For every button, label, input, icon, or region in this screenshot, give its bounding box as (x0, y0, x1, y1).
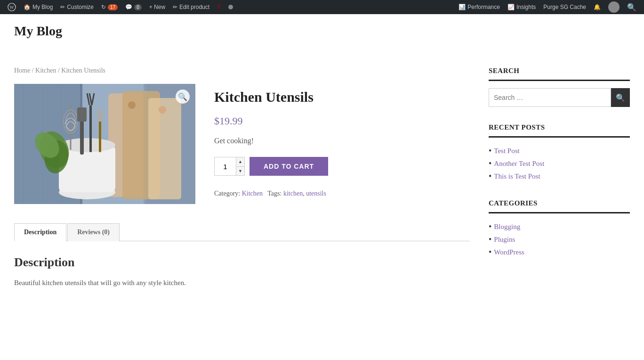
sidebar: SEARCH 🔍 RECENT POSTS Test Post Another (489, 67, 630, 288)
product-short-description: Get cooking! (214, 137, 470, 145)
search-section-title: SEARCH (489, 67, 630, 81)
customize-link[interactable]: ✏ Customize (56, 0, 97, 14)
sidebar-search-section: SEARCH 🔍 (489, 67, 630, 107)
my-blog-link[interactable]: 🏠 My Blog (20, 0, 56, 14)
svg-point-15 (159, 106, 166, 114)
breadcrumb: Home / Kitchen / Kitchen Utensils (14, 67, 470, 74)
recent-posts-title: RECENT POSTS (489, 123, 630, 138)
product-category-link[interactable]: Kitchen (242, 190, 263, 197)
search-button-icon: 🔍 (616, 93, 625, 102)
breadcrumb-home[interactable]: Home (14, 67, 30, 74)
list-item: Another Test Post (489, 157, 630, 170)
list-item: Plugins (489, 233, 630, 246)
category-link-blogging[interactable]: Blogging (494, 223, 520, 231)
insights-link[interactable]: 📈 Insights (504, 0, 539, 14)
list-item: Test Post (489, 145, 630, 157)
tabs: Description Reviews (0) (14, 223, 470, 241)
product-price: $19.99 (214, 115, 470, 127)
purge-cache-link[interactable]: Purge SG Cache (539, 0, 590, 14)
quantity-up-button[interactable]: ▲ (236, 157, 244, 167)
list-item: WordPress (489, 246, 630, 259)
add-to-cart-button[interactable]: ADD TO CART (250, 157, 328, 176)
yoast-icon: Y (217, 4, 221, 10)
magnify-icon[interactable]: 🔍 (176, 90, 190, 104)
site-wrapper: My Blog Home / Kitchen / Kitchen Utensil… (0, 14, 644, 298)
new-link[interactable]: + New (145, 0, 169, 14)
comments-icon: 💬 (125, 4, 132, 10)
quantity-input[interactable] (215, 157, 236, 175)
svg-rect-29 (97, 110, 103, 122)
yoast-link[interactable]: Y (213, 0, 225, 14)
admin-bar: W 🏠 My Blog ✏ Customize ↻ 17 💬 0 + New ✏… (0, 0, 644, 14)
content-layout: Home / Kitchen / Kitchen Utensils (14, 67, 630, 288)
quantity-wrapper[interactable]: ▲ ▼ (214, 157, 245, 176)
tab-description[interactable]: Description (14, 223, 66, 241)
category-link-plugins[interactable]: Plugins (494, 236, 515, 244)
svg-rect-13 (148, 98, 181, 199)
recent-posts-list: Test Post Another Test Post This is Test… (489, 145, 630, 183)
category-link-wordpress[interactable]: WordPress (494, 248, 524, 256)
comments-link[interactable]: 💬 0 (121, 0, 145, 14)
product-image-container: 🔍 (14, 84, 195, 204)
description-heading: Description (14, 255, 470, 270)
description-body: Beautiful kitchen utensils that will go … (14, 277, 470, 288)
performance-icon: 📊 (459, 4, 466, 10)
sidebar-recent-posts-section: RECENT POSTS Test Post Another Test Post… (489, 123, 630, 183)
product-meta: Category: Kitchen Tags: kitchen, utensil… (214, 190, 470, 197)
product-tag1-link[interactable]: kitchen (283, 190, 303, 197)
admin-search-button[interactable]: 🔍 (623, 0, 640, 14)
svg-point-14 (128, 101, 136, 109)
recent-post-link-1[interactable]: Test Post (494, 147, 519, 155)
product-details: Kitchen Utensils $19.99 Get cooking! ▲ ▼… (214, 84, 470, 204)
user-avatar[interactable] (604, 0, 623, 14)
pencil-icon: ✏ (173, 4, 177, 10)
recent-post-link-3[interactable]: This is Test Post (494, 172, 540, 180)
list-item: Blogging (489, 221, 630, 233)
svg-rect-24 (89, 105, 92, 152)
search-input[interactable] (489, 88, 611, 107)
insights-icon: 📈 (507, 4, 515, 10)
product-image: 🔍 (14, 84, 195, 204)
notifications-icon[interactable]: 🔔 (590, 0, 604, 14)
search-submit-button[interactable]: 🔍 (611, 88, 630, 107)
list-item: This is Test Post (489, 170, 630, 183)
product-tag2-link[interactable]: utensils (306, 190, 326, 197)
add-to-cart-row: ▲ ▼ ADD TO CART (214, 157, 470, 176)
search-row: 🔍 (489, 88, 630, 107)
site-title: My Blog (14, 24, 630, 39)
wp-logo-icon[interactable]: W (4, 0, 20, 14)
product-title: Kitchen Utensils (214, 89, 470, 106)
edit-product-link[interactable]: ✏ Edit product (169, 0, 213, 14)
categories-list: Blogging Plugins WordPress (489, 221, 630, 259)
svg-rect-23 (77, 107, 87, 122)
performance-link[interactable]: 📊 Performance (455, 0, 504, 14)
updates-link[interactable]: ↻ 17 (97, 0, 121, 14)
updates-icon: ↻ (101, 4, 106, 10)
home-icon: 🏠 (24, 4, 31, 10)
svg-text:W: W (9, 5, 14, 10)
search-icon: 🔍 (627, 3, 636, 12)
main-content: Home / Kitchen / Kitchen Utensils (14, 67, 470, 288)
recent-post-link-2[interactable]: Another Test Post (494, 160, 544, 168)
categories-title: CATEGORIES (489, 199, 630, 213)
product-area: 🔍 Kitchen Utensils $19.99 Get cooking! ▲… (14, 84, 470, 204)
breadcrumb-current: Kitchen Utensils (61, 67, 105, 74)
quantity-down-button[interactable]: ▼ (236, 167, 244, 176)
sidebar-categories-section: CATEGORIES Blogging Plugins WordPress (489, 199, 630, 259)
description-section: Description Beautiful kitchen utensils t… (14, 255, 470, 288)
breadcrumb-kitchen[interactable]: Kitchen (35, 67, 56, 74)
customize-icon: ✏ (60, 4, 65, 10)
tab-reviews[interactable]: Reviews (0) (67, 223, 120, 241)
status-dot (225, 0, 237, 14)
